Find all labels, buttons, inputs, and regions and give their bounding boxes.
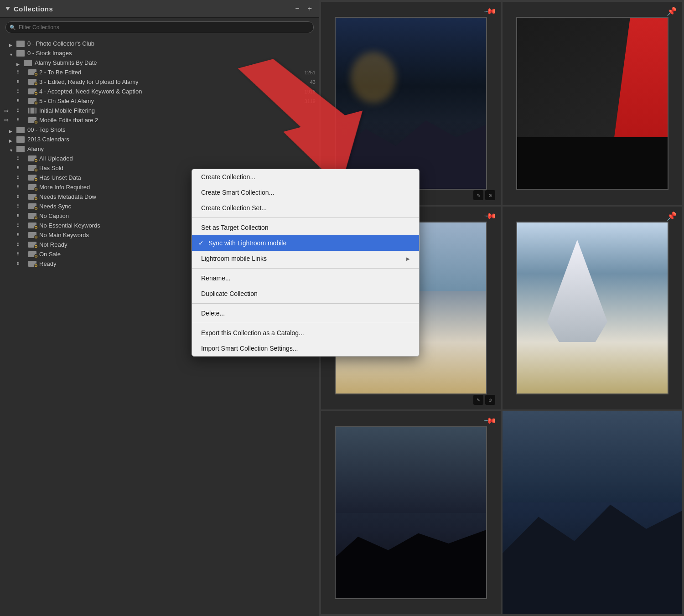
- photo-badges-1: ✎ ⊘: [473, 190, 495, 200]
- collection-item-initial-mobile[interactable]: ⇒ ⠿ Initial Mobile Filtering: [0, 106, 319, 115]
- item-count: 1251: [305, 70, 316, 75]
- drag-handle-icon: ⠿: [16, 118, 20, 123]
- collection-item-alamy[interactable]: Alamy: [0, 144, 319, 154]
- pin-icon-4: 📌: [667, 211, 677, 221]
- photo-cell-5[interactable]: 📌: [321, 411, 501, 614]
- item-label: 3 - Edited, Ready for Upload to Alamy: [39, 78, 306, 85]
- menu-item-delete[interactable]: Delete...: [192, 305, 419, 321]
- smart-collection-icon: [28, 175, 36, 181]
- collection-set-icon: [16, 136, 25, 143]
- drag-handle-icon: ⠿: [16, 242, 20, 247]
- collection-set-icon: [16, 50, 25, 57]
- expand-arrow[interactable]: [9, 51, 15, 56]
- collection-icon: [28, 108, 36, 114]
- expand-arrow-leaf: [21, 194, 26, 200]
- collection-item-to-be-edited[interactable]: ⠿ 2 - To Be Edited 1251: [0, 67, 319, 77]
- drag-handle-icon: ⠿: [16, 108, 20, 113]
- smart-collection-icon: [28, 88, 36, 95]
- collection-item-top-shots[interactable]: 00 - Top Shots: [0, 125, 319, 135]
- item-count: 3119: [305, 98, 316, 104]
- drag-handle-icon: ⠿: [16, 70, 20, 75]
- item-label: 2013 Calendars: [27, 136, 316, 143]
- smart-collection-icon: [28, 203, 36, 210]
- collection-item-edited-ready[interactable]: ⠿ 3 - Edited, Ready for Upload to Alamy …: [0, 77, 319, 87]
- menu-item-label: Export this Collection as a Catalog...: [201, 329, 304, 336]
- drag-handle-icon: ⠿: [16, 175, 20, 180]
- expand-arrow-leaf: [21, 261, 26, 267]
- pin-icon-1: 📌: [483, 4, 497, 18]
- collection-item-stock-images[interactable]: 0 - Stock Images: [0, 48, 319, 58]
- item-count: 1916: [305, 89, 316, 94]
- menu-item-duplicate[interactable]: Duplicate Collection: [192, 286, 419, 301]
- menu-separator-2: [192, 268, 419, 269]
- menu-item-export-catalog[interactable]: Export this Collection as a Catalog...: [192, 325, 419, 341]
- smart-collection-icon: [28, 251, 36, 258]
- collection-item-all-uploaded[interactable]: ⠿ All Uploaded: [0, 154, 319, 163]
- menu-item-rename[interactable]: Rename...: [192, 270, 419, 286]
- smart-collection-icon: [28, 69, 36, 76]
- collection-item-calendars[interactable]: 2013 Calendars: [0, 135, 319, 144]
- smart-collection-icon: [28, 165, 36, 171]
- expand-arrow[interactable]: [16, 60, 22, 66]
- photo-cell-6[interactable]: [503, 411, 682, 614]
- smart-collection-icon: [28, 223, 36, 229]
- expand-arrow-leaf: [21, 204, 26, 209]
- expand-arrow[interactable]: [9, 137, 15, 142]
- menu-item-label: Set as Target Collection: [201, 224, 269, 231]
- smart-collection-icon: [28, 242, 36, 248]
- collection-item-accepted[interactable]: ⠿ 4 - Accepted, Need Keyword & Caption 1…: [0, 87, 319, 96]
- collection-item-alamy-submits[interactable]: Alamy Submits By Date: [0, 58, 319, 67]
- item-label: All Uploaded: [39, 155, 316, 162]
- expand-arrow[interactable]: [9, 41, 15, 47]
- drag-handle-icon: ⠿: [16, 185, 20, 190]
- item-label: 0 - Stock Images: [27, 50, 316, 57]
- drag-handle-icon: ⠿: [16, 204, 20, 209]
- pin-icon-3: 📌: [483, 209, 497, 223]
- drag-handle-icon: ⠿: [16, 194, 20, 199]
- photo-cell-4[interactable]: 📌: [503, 207, 682, 409]
- item-label: 0 - Photo Collector's Club: [27, 40, 316, 47]
- item-label: 4 - Accepted, Need Keyword & Caption: [39, 88, 301, 95]
- panel-collapse-icon[interactable]: [5, 7, 10, 10]
- drag-handle-icon: ⠿: [16, 79, 20, 84]
- search-bar: 🔍: [5, 21, 314, 33]
- expand-arrow[interactable]: [9, 146, 15, 152]
- menu-item-create-collection[interactable]: Create Collection...: [192, 169, 419, 185]
- menu-item-mobile-links[interactable]: Lightroom mobile Links ▶: [192, 251, 419, 266]
- collection-item-mobile-edits[interactable]: ⇒ ⠿ Mobile Edits that are 2: [0, 115, 319, 125]
- expand-arrow[interactable]: [9, 127, 15, 133]
- drag-handle-icon: ⠿: [16, 98, 20, 104]
- main-container: Collections − + 🔍 0 - Photo Collector's …: [0, 0, 684, 616]
- menu-item-create-collection-set[interactable]: Create Collection Set...: [192, 200, 419, 216]
- collection-item-photo-collectors[interactable]: 0 - Photo Collector's Club: [0, 39, 319, 48]
- panel-minimize-button[interactable]: −: [293, 4, 301, 14]
- menu-item-label: Import Smart Collection Settings...: [201, 345, 298, 352]
- smart-collection-icon: [28, 155, 36, 162]
- expand-arrow-leaf: [21, 118, 26, 123]
- menu-separator-3: [192, 303, 419, 304]
- expand-arrow-leaf: [21, 252, 26, 257]
- menu-item-create-smart-collection[interactable]: Create Smart Collection...: [192, 185, 419, 200]
- search-input[interactable]: [5, 21, 314, 33]
- panel-add-button[interactable]: +: [306, 4, 314, 14]
- smart-collection-icon: [28, 117, 36, 124]
- smart-collection-icon: [28, 194, 36, 200]
- drag-handle-icon: ⠿: [16, 89, 20, 94]
- menu-item-label: Delete...: [201, 310, 225, 317]
- collection-set-icon: [16, 41, 25, 47]
- smart-collection-icon: [28, 98, 36, 104]
- menu-item-label: Sync with Lightroom mobile: [208, 239, 286, 247]
- smart-collection-icon: [28, 79, 36, 85]
- expand-arrow-leaf: [21, 156, 26, 161]
- collection-item-on-sale-alamy[interactable]: ⠿ 5 - On Sale At Alamy 3119: [0, 96, 319, 106]
- menu-item-label: Lightroom mobile Links: [201, 255, 267, 262]
- expand-arrow-leaf: [21, 213, 26, 219]
- menu-item-sync-mobile[interactable]: Sync with Lightroom mobile: [192, 235, 419, 251]
- item-label: Initial Mobile Filtering: [39, 107, 316, 114]
- smart-collection-icon: [28, 261, 36, 267]
- menu-item-set-target[interactable]: Set as Target Collection: [192, 220, 419, 235]
- expand-arrow-leaf: [21, 223, 26, 228]
- expand-arrow-leaf: [21, 89, 26, 94]
- menu-item-import-smart[interactable]: Import Smart Collection Settings...: [192, 341, 419, 356]
- photo-cell-2[interactable]: 📌: [503, 2, 682, 205]
